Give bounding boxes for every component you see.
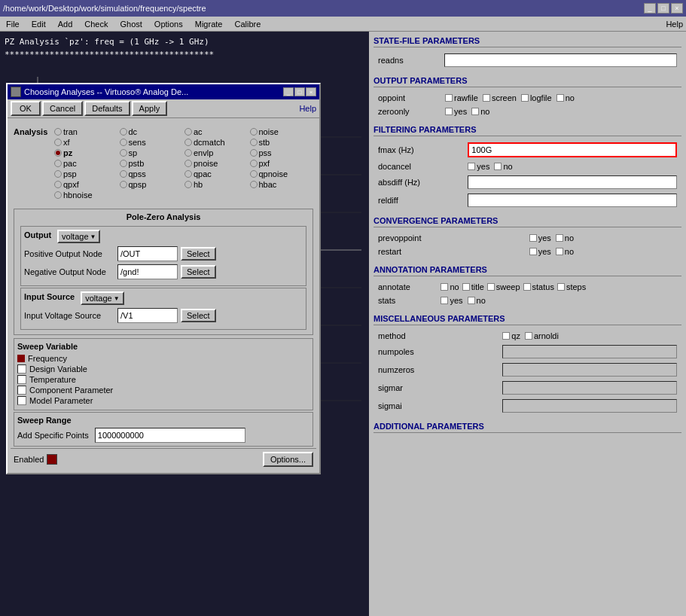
restart-yes[interactable]: yes [529,247,551,256]
radio-sp[interactable] [120,149,127,157]
analysis-qpxf[interactable]: qpxf [54,180,118,189]
radio-qpss[interactable] [120,170,127,178]
analysis-tran[interactable]: tran [54,127,118,136]
ok-button[interactable]: OK [11,101,41,116]
absdiff-input[interactable] [468,175,677,189]
dialog-help[interactable]: Help [299,104,316,113]
maximize-btn[interactable]: □ [657,3,669,14]
sweep-component-param[interactable]: Component Parameter [17,386,309,395]
analysis-ac[interactable]: ac [184,127,248,136]
analysis-xf[interactable]: xf [54,138,118,147]
radio-hb[interactable] [184,181,192,188]
zeroonly-no-cb[interactable] [471,108,479,115]
logfile-option[interactable]: logfile [521,93,552,102]
sweep-design-var[interactable]: Design Variable [17,364,309,374]
radio-dcmatch[interactable] [184,139,192,146]
screen-option[interactable]: screen [483,93,517,102]
input-voltage-input[interactable] [117,308,178,323]
radio-pxf[interactable] [250,160,258,167]
radio-ac[interactable] [184,128,192,136]
analysis-pz[interactable]: pz [54,148,118,157]
pos-select-button[interactable]: Select [181,247,216,261]
analysis-pnoise[interactable]: pnoise [184,159,248,168]
radio-pnoise[interactable] [184,160,192,167]
analysis-pss[interactable]: pss [250,148,314,157]
sweep-frequency[interactable]: Frequency [17,354,309,363]
close-btn[interactable]: × [671,3,683,14]
screen-cb[interactable] [483,94,490,102]
dialog-restore[interactable]: □ [294,87,305,96]
cancel-button[interactable]: Cancel [42,101,83,116]
radio-dc[interactable] [120,128,127,136]
menu-add[interactable]: Add [55,20,76,29]
radio-qpnoise[interactable] [250,170,258,178]
analysis-noise[interactable]: noise [250,127,314,136]
minimize-btn[interactable]: _ [644,3,656,14]
stats-yes[interactable]: yes [441,296,462,305]
menu-edit[interactable]: Edit [29,20,49,29]
model-param-cb[interactable] [17,396,26,405]
analysis-pac[interactable]: pac [54,159,118,168]
analysis-psp[interactable]: psp [54,169,118,178]
radio-pz[interactable] [54,149,62,157]
design-var-cb[interactable] [17,364,26,374]
numzeros-field[interactable] [502,363,677,377]
radio-sens[interactable] [120,139,127,146]
sweep-model-param[interactable]: Model Parameter [17,396,309,405]
add-specific-input[interactable] [95,428,245,443]
pos-node-input[interactable] [117,246,178,261]
menu-ghost[interactable]: Ghost [117,20,145,29]
logfile-cb[interactable] [521,94,529,102]
analysis-hbac[interactable]: hbac [250,180,314,189]
rawfile-cb[interactable] [445,94,453,102]
input-source-dropdown[interactable]: voltage [81,291,123,305]
menu-check[interactable]: Check [81,20,111,29]
analysis-hbnoise[interactable]: hbnoise [54,191,118,200]
analysis-pxf[interactable]: pxf [250,159,314,168]
radio-pstb[interactable] [120,160,127,167]
sigmar-field[interactable] [502,381,677,395]
radio-tran[interactable] [54,128,62,136]
stats-no[interactable]: no [468,296,486,305]
zeroonly-no[interactable]: no [471,107,489,116]
analysis-dcmatch[interactable]: dcmatch [184,138,248,147]
enabled-checkbox[interactable] [47,454,57,465]
radio-qpac[interactable] [184,170,192,178]
annotate-steps[interactable]: steps [557,282,586,291]
analysis-dc[interactable]: dc [120,127,184,136]
annotate-no[interactable]: no [441,282,459,291]
dialog-minimize[interactable]: _ [283,87,294,96]
defaults-button[interactable]: Defaults [84,101,130,116]
menu-file[interactable]: File [3,20,23,29]
docancel-yes[interactable]: yes [468,162,489,171]
temperature-cb[interactable] [17,375,26,384]
component-param-cb[interactable] [17,386,26,395]
output-dropdown[interactable]: voltage [57,230,100,243]
radio-hbac[interactable] [250,181,258,188]
reldiff-input[interactable] [468,194,677,207]
method-qz[interactable]: qz [502,331,520,340]
radio-noise[interactable] [250,128,258,136]
rawfile-option[interactable]: rawfile [445,93,478,102]
radio-pac[interactable] [54,160,62,167]
analysis-qpss[interactable]: qpss [120,169,184,178]
prevop-no[interactable]: no [556,233,574,242]
voltage-select-button[interactable]: Select [181,309,216,322]
options-button[interactable]: Options... [263,452,313,467]
analysis-sens[interactable]: sens [120,138,184,147]
zeroonly-yes[interactable]: yes [445,107,467,116]
menu-calibre[interactable]: Calibre [231,20,264,29]
annotate-sweep[interactable]: sweep [487,282,520,291]
radio-qpsp[interactable] [120,181,127,188]
readns-input[interactable] [444,53,677,67]
numpoles-field[interactable] [502,345,677,358]
analysis-hb[interactable]: hb [184,180,248,189]
prevop-yes[interactable]: yes [529,233,551,242]
zeroonly-yes-cb[interactable] [445,108,453,115]
help-label[interactable]: Help [666,20,683,29]
radio-pss[interactable] [250,149,258,157]
docancel-no[interactable]: no [494,162,512,171]
analysis-envlp[interactable]: envlp [184,148,248,157]
annotate-status[interactable]: status [523,282,554,291]
annotate-title[interactable]: title [462,282,484,291]
